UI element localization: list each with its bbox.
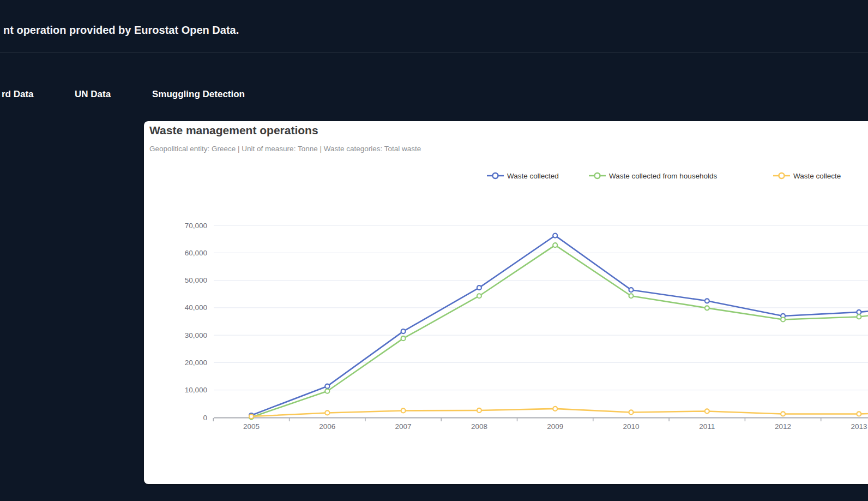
data-point-series-0 bbox=[629, 288, 634, 292]
legend-label: Waste collected bbox=[507, 172, 559, 180]
data-point-series-1 bbox=[553, 243, 557, 247]
data-point-series-0 bbox=[553, 234, 557, 238]
header-divider bbox=[0, 52, 868, 53]
chart-title: Waste management operations bbox=[149, 124, 318, 137]
x-axis-tick-label: 2011 bbox=[699, 422, 715, 431]
data-point-series-2 bbox=[857, 411, 861, 416]
data-point-series-0 bbox=[325, 384, 329, 389]
legend-item-1[interactable]: Waste collected from households bbox=[589, 170, 717, 181]
y-axis-tick-label: 40,000 bbox=[185, 303, 207, 312]
legend-marker-icon bbox=[773, 172, 790, 180]
data-point-series-1 bbox=[705, 306, 709, 310]
data-point-series-2 bbox=[249, 414, 254, 419]
line-series-0 bbox=[251, 236, 868, 415]
data-point-series-1 bbox=[325, 389, 329, 393]
y-axis-tick-label: 70,000 bbox=[185, 222, 207, 230]
data-point-series-2 bbox=[629, 410, 634, 414]
legend-label: Waste collecte bbox=[793, 172, 841, 180]
legend-marker-icon bbox=[487, 172, 504, 180]
data-point-series-2 bbox=[477, 408, 481, 413]
data-point-series-2 bbox=[781, 411, 785, 416]
line-series-2 bbox=[251, 409, 868, 416]
data-point-series-1 bbox=[477, 294, 481, 298]
data-point-series-2 bbox=[553, 407, 557, 411]
data-point-series-1 bbox=[857, 314, 861, 319]
x-axis-tick-label: 2010 bbox=[623, 422, 639, 431]
chart-card: 010,00020,00030,00040,00050,00060,00070,… bbox=[144, 121, 868, 484]
y-axis-tick-label: 30,000 bbox=[185, 331, 207, 339]
x-axis-tick-label: 2013 bbox=[851, 422, 867, 431]
header-banner-text: nt operation provided by Eurostat Open D… bbox=[3, 23, 239, 37]
y-axis-tick-label: 60,000 bbox=[185, 249, 207, 257]
legend-item-2[interactable]: Waste collecte bbox=[773, 170, 841, 181]
data-point-series-1 bbox=[629, 294, 634, 298]
legend-label: Waste collected from households bbox=[609, 172, 717, 180]
x-axis-tick-label: 2008 bbox=[471, 422, 487, 431]
x-axis-tick-label: 2012 bbox=[775, 422, 791, 431]
data-point-series-1 bbox=[401, 336, 406, 341]
data-point-series-0 bbox=[477, 285, 481, 290]
line-series-1 bbox=[251, 245, 868, 417]
y-axis-tick-label: 0 bbox=[203, 414, 207, 422]
data-point-series-0 bbox=[857, 310, 861, 314]
data-point-series-0 bbox=[401, 329, 406, 333]
x-axis-tick-label: 2006 bbox=[319, 422, 335, 431]
x-axis-tick-label: 2005 bbox=[243, 422, 260, 431]
x-axis-tick-label: 2009 bbox=[547, 422, 563, 431]
tab-standard-data[interactable]: rd Data bbox=[2, 88, 34, 101]
tab-smuggling-detection[interactable]: Smuggling Detection bbox=[152, 88, 245, 101]
data-point-series-2 bbox=[325, 410, 329, 415]
data-point-series-1 bbox=[781, 317, 785, 321]
y-axis-tick-label: 20,000 bbox=[185, 359, 207, 367]
chart-subtitle: Geopolitical entity: Greece | Unit of me… bbox=[149, 145, 421, 153]
y-axis-tick-label: 10,000 bbox=[185, 386, 207, 394]
data-point-series-0 bbox=[705, 299, 709, 303]
x-axis-tick-label: 2007 bbox=[395, 422, 412, 431]
data-point-series-2 bbox=[705, 409, 709, 413]
data-point-series-2 bbox=[401, 408, 406, 413]
legend-marker-icon bbox=[589, 172, 606, 180]
legend-item-0[interactable]: Waste collected bbox=[487, 170, 559, 181]
y-axis-tick-label: 50,000 bbox=[185, 276, 207, 284]
tab-un-data[interactable]: UN Data bbox=[75, 88, 111, 101]
